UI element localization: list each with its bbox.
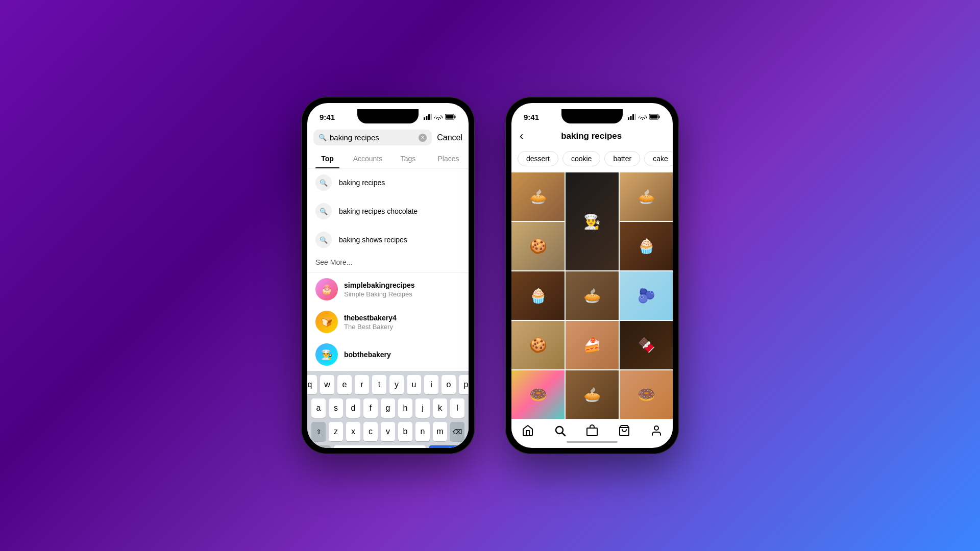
key-k[interactable]: k <box>433 398 447 418</box>
tab-top[interactable]: Top <box>307 149 348 168</box>
key-o[interactable]: o <box>442 375 456 394</box>
svg-rect-7 <box>628 117 629 120</box>
key-z[interactable]: z <box>329 422 343 441</box>
svg-rect-1 <box>426 116 428 120</box>
chip-cookie[interactable]: cookie <box>562 151 600 166</box>
suggestion-baking-shows[interactable]: 🔍 baking shows recipes <box>307 226 469 254</box>
grid-photo-7[interactable]: 🥧 <box>566 271 619 320</box>
search-icon-2: 🔍 <box>315 203 332 219</box>
battery-icon <box>445 114 456 120</box>
wifi-icon <box>434 114 443 120</box>
wifi-icon-2 <box>639 114 647 120</box>
home-indicator-2 <box>511 439 673 446</box>
time-2: 9:41 <box>524 113 539 121</box>
grid-photo-6[interactable]: 🧁 <box>511 271 565 320</box>
account-bestbakery[interactable]: 🍞 thebestbakery4 The Best Bakery <box>307 306 469 338</box>
grid-photo-5[interactable]: 🧁 <box>620 222 673 270</box>
grid-photo-13[interactable]: 🥧 <box>566 370 619 419</box>
suggestion-baking-recipes-chocolate[interactable]: 🔍 baking recipes chocolate <box>307 197 469 226</box>
key-x[interactable]: x <box>346 422 360 441</box>
key-h[interactable]: h <box>398 398 412 418</box>
key-i[interactable]: i <box>424 375 438 394</box>
key-backspace[interactable]: ⌫ <box>450 422 464 441</box>
signal-icon <box>424 114 432 120</box>
grid-photo-2[interactable]: 👨‍🍳 <box>566 172 619 270</box>
key-123[interactable]: 123 <box>310 445 331 448</box>
username-bob: bobthebakery <box>344 350 391 359</box>
key-l[interactable]: l <box>450 398 464 418</box>
key-w[interactable]: w <box>320 375 334 394</box>
search-icon-nav <box>554 424 566 437</box>
account-bobthebakery[interactable]: 👨‍🍳 bobthebakery <box>307 338 469 371</box>
chip-dessert[interactable]: dessert <box>518 151 558 166</box>
search-icon-3: 🔍 <box>315 232 332 248</box>
nav-search[interactable] <box>554 424 566 437</box>
key-v[interactable]: v <box>381 422 395 441</box>
tabs-row: Top Accounts Tags Places <box>307 149 469 168</box>
grid-photo-8[interactable]: 🫐 <box>620 271 673 320</box>
svg-point-18 <box>654 426 658 430</box>
tab-tags[interactable]: Tags <box>388 149 428 168</box>
search-icon-small: 🔍 <box>318 134 327 141</box>
search-query-text[interactable]: baking recipes <box>330 133 415 142</box>
grid-photo-4[interactable]: 🍪 <box>511 222 565 270</box>
key-t[interactable]: t <box>372 375 386 394</box>
see-more-link[interactable]: See More... <box>307 254 469 272</box>
name-bestbakery: The Best Bakery <box>344 323 397 331</box>
nav-shop[interactable] <box>586 424 598 437</box>
key-y[interactable]: y <box>389 375 404 394</box>
search-icon-1: 🔍 <box>315 174 332 191</box>
grid-photo-9[interactable]: 🍪 <box>511 321 565 369</box>
nav-profile[interactable] <box>650 424 663 437</box>
grid-photo-3[interactable]: 🥧 <box>620 172 673 221</box>
key-j[interactable]: j <box>415 398 430 418</box>
chip-batter[interactable]: batter <box>604 151 640 166</box>
key-shift[interactable]: ⇧ <box>311 422 326 441</box>
time-1: 9:41 <box>320 113 335 121</box>
phone2-content: ‹ baking recipes dessert cookie batter c… <box>511 126 673 439</box>
key-p[interactable]: p <box>459 375 469 394</box>
account-simplebaking[interactable]: 🎂 simplebakingrecipes Simple Baking Reci… <box>307 273 469 306</box>
chip-cake[interactable]: cake <box>644 151 673 166</box>
key-f[interactable]: f <box>363 398 378 418</box>
key-d[interactable]: d <box>346 398 360 418</box>
keyboard-row-2: a s d f g h j k l <box>309 398 467 418</box>
key-space[interactable]: space <box>334 445 426 448</box>
key-e[interactable]: e <box>337 375 352 394</box>
signal-icon-2 <box>628 114 636 120</box>
battery-icon-2 <box>649 114 660 120</box>
username-simplebaking: simplebakingrecipes <box>344 281 415 289</box>
svg-rect-8 <box>630 116 632 120</box>
suggestion-baking-recipes[interactable]: 🔍 baking recipes <box>307 168 469 197</box>
suggestion-text-3: baking shows recipes <box>339 236 407 244</box>
key-n[interactable]: n <box>415 422 430 441</box>
grid-photo-11[interactable]: 🍫 <box>620 321 673 369</box>
key-c[interactable]: c <box>363 422 378 441</box>
tab-places[interactable]: Places <box>428 149 469 168</box>
grid-photo-12[interactable]: 🍩 <box>511 370 565 419</box>
grid-photo-1[interactable]: 🥧 <box>511 172 565 221</box>
key-b[interactable]: b <box>398 422 412 441</box>
key-u[interactable]: u <box>407 375 421 394</box>
key-g[interactable]: g <box>381 398 395 418</box>
grid-photo-10[interactable]: 🍰 <box>566 321 619 369</box>
svg-rect-3 <box>431 114 432 120</box>
search-bar-row: 🔍 baking recipes ✕ Cancel <box>307 126 469 149</box>
key-q[interactable]: q <box>307 375 317 394</box>
key-s[interactable]: s <box>329 398 343 418</box>
key-a[interactable]: a <box>311 398 326 418</box>
key-m[interactable]: m <box>433 422 447 441</box>
svg-rect-2 <box>428 114 430 120</box>
key-r[interactable]: r <box>355 375 369 394</box>
tab-accounts[interactable]: Accounts <box>348 149 388 168</box>
grid-photo-14[interactable]: 🍩 <box>620 370 673 419</box>
clear-button[interactable]: ✕ <box>419 134 427 142</box>
search-input-wrap[interactable]: 🔍 baking recipes ✕ <box>313 130 432 145</box>
nav-bag[interactable] <box>618 424 630 437</box>
nav-home[interactable] <box>522 424 534 437</box>
home-icon <box>522 424 534 437</box>
back-button[interactable]: ‹ <box>520 130 523 143</box>
keyboard-row-3: ⇧ z x c v b n m ⌫ <box>309 422 467 441</box>
key-search[interactable]: search <box>429 445 465 448</box>
cancel-button[interactable]: Cancel <box>437 133 462 142</box>
